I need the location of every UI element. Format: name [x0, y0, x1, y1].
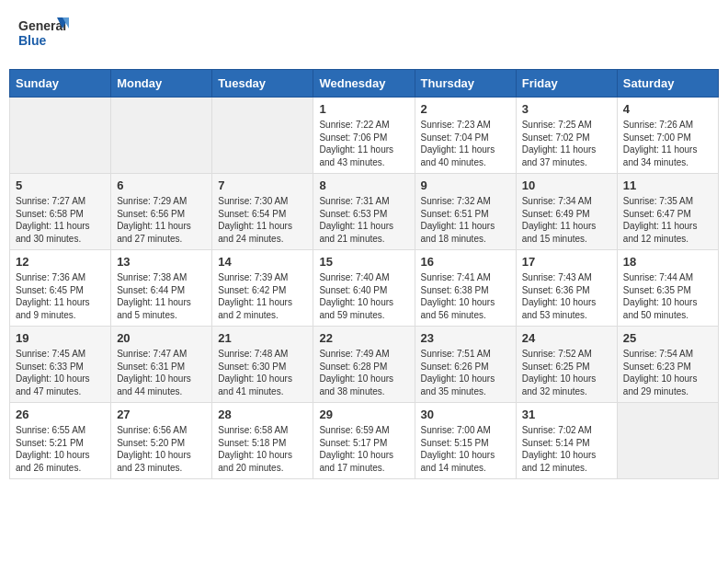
day-number: 14 [218, 255, 307, 269]
calendar-cell-day-22: 22Sunrise: 7:49 AM Sunset: 6:28 PM Dayli… [313, 327, 415, 403]
cell-content: Sunrise: 7:36 AM Sunset: 6:45 PM Dayligh… [16, 271, 105, 321]
calendar-cell-day-16: 16Sunrise: 7:41 AM Sunset: 6:38 PM Dayli… [415, 250, 516, 327]
cell-content: Sunrise: 7:25 AM Sunset: 7:02 PM Dayligh… [522, 119, 611, 168]
day-number: 5 [16, 178, 105, 192]
day-number: 4 [623, 102, 712, 116]
cell-content: Sunrise: 7:23 AM Sunset: 7:04 PM Dayligh… [421, 119, 510, 168]
calendar-cell-day-10: 10Sunrise: 7:34 AM Sunset: 6:49 PM Dayli… [516, 174, 617, 250]
calendar-cell-day-7: 7Sunrise: 7:30 AM Sunset: 6:54 PM Daylig… [212, 174, 313, 250]
calendar-cell-day-15: 15Sunrise: 7:40 AM Sunset: 6:40 PM Dayli… [313, 250, 415, 327]
calendar-cell-day-13: 13Sunrise: 7:38 AM Sunset: 6:44 PM Dayli… [111, 250, 212, 327]
day-number: 8 [319, 178, 408, 192]
calendar-cell-day-26: 26Sunrise: 6:55 AM Sunset: 5:21 PM Dayli… [10, 403, 111, 479]
calendar-cell-empty [111, 98, 212, 174]
cell-content: Sunrise: 7:35 AM Sunset: 6:47 PM Dayligh… [623, 195, 712, 245]
calendar-header-row: SundayMondayTuesdayWednesdayThursdayFrid… [10, 70, 719, 98]
calendar-cell-day-4: 4Sunrise: 7:26 AM Sunset: 7:00 PM Daylig… [617, 98, 718, 174]
calendar-cell-day-17: 17Sunrise: 7:43 AM Sunset: 6:36 PM Dayli… [516, 250, 617, 327]
calendar-cell-day-5: 5Sunrise: 7:27 AM Sunset: 6:58 PM Daylig… [10, 174, 111, 250]
calendar-table: SundayMondayTuesdayWednesdayThursdayFrid… [9, 69, 719, 479]
calendar-cell-day-29: 29Sunrise: 6:59 AM Sunset: 5:17 PM Dayli… [313, 403, 415, 479]
day-number: 12 [16, 255, 105, 269]
header-thursday: Thursday [415, 70, 516, 98]
calendar-cell-day-18: 18Sunrise: 7:44 AM Sunset: 6:35 PM Dayli… [617, 250, 718, 327]
day-number: 10 [522, 178, 611, 192]
cell-content: Sunrise: 7:31 AM Sunset: 6:53 PM Dayligh… [319, 195, 408, 245]
cell-content: Sunrise: 6:58 AM Sunset: 5:18 PM Dayligh… [218, 424, 307, 474]
cell-content: Sunrise: 7:22 AM Sunset: 7:06 PM Dayligh… [319, 119, 408, 168]
day-number: 9 [421, 178, 510, 192]
cell-content: Sunrise: 7:51 AM Sunset: 6:26 PM Dayligh… [421, 348, 510, 397]
calendar-week-row: 5Sunrise: 7:27 AM Sunset: 6:58 PM Daylig… [10, 174, 719, 250]
calendar-cell-day-24: 24Sunrise: 7:52 AM Sunset: 6:25 PM Dayli… [516, 327, 617, 403]
day-number: 1 [319, 102, 408, 116]
calendar-cell-day-31: 31Sunrise: 7:02 AM Sunset: 5:14 PM Dayli… [516, 403, 617, 479]
cell-content: Sunrise: 7:27 AM Sunset: 6:58 PM Dayligh… [16, 195, 105, 245]
header-tuesday: Tuesday [212, 70, 313, 98]
day-number: 7 [218, 178, 307, 192]
day-number: 16 [421, 255, 510, 269]
calendar-cell-day-8: 8Sunrise: 7:31 AM Sunset: 6:53 PM Daylig… [313, 174, 415, 250]
day-number: 6 [117, 178, 206, 192]
logo: GeneralBlue [18, 14, 69, 55]
cell-content: Sunrise: 7:39 AM Sunset: 6:42 PM Dayligh… [218, 271, 307, 321]
cell-content: Sunrise: 7:49 AM Sunset: 6:28 PM Dayligh… [319, 348, 408, 397]
header-friday: Friday [516, 70, 617, 98]
page-header: GeneralBlue [9, 9, 719, 60]
calendar-cell-day-14: 14Sunrise: 7:39 AM Sunset: 6:42 PM Dayli… [212, 250, 313, 327]
day-number: 22 [319, 331, 408, 345]
calendar-cell-day-27: 27Sunrise: 6:56 AM Sunset: 5:20 PM Dayli… [111, 403, 212, 479]
header-sunday: Sunday [10, 70, 111, 98]
day-number: 2 [421, 102, 510, 116]
cell-content: Sunrise: 7:29 AM Sunset: 6:56 PM Dayligh… [117, 195, 206, 245]
day-number: 3 [522, 102, 611, 116]
cell-content: Sunrise: 7:47 AM Sunset: 6:31 PM Dayligh… [117, 348, 206, 397]
calendar-cell-day-25: 25Sunrise: 7:54 AM Sunset: 6:23 PM Dayli… [617, 327, 718, 403]
calendar-week-row: 26Sunrise: 6:55 AM Sunset: 5:21 PM Dayli… [10, 403, 719, 479]
day-number: 21 [218, 331, 307, 345]
day-number: 26 [16, 408, 105, 421]
cell-content: Sunrise: 7:44 AM Sunset: 6:35 PM Dayligh… [623, 271, 712, 321]
calendar-cell-day-2: 2Sunrise: 7:23 AM Sunset: 7:04 PM Daylig… [415, 98, 516, 174]
calendar-cell-day-20: 20Sunrise: 7:47 AM Sunset: 6:31 PM Dayli… [111, 327, 212, 403]
calendar-cell-day-3: 3Sunrise: 7:25 AM Sunset: 7:02 PM Daylig… [516, 98, 617, 174]
day-number: 31 [522, 408, 611, 421]
day-number: 17 [522, 255, 611, 269]
calendar-week-row: 12Sunrise: 7:36 AM Sunset: 6:45 PM Dayli… [10, 250, 719, 327]
day-number: 27 [117, 408, 206, 421]
day-number: 13 [117, 255, 206, 269]
cell-content: Sunrise: 6:59 AM Sunset: 5:17 PM Dayligh… [319, 424, 408, 474]
calendar-cell-day-6: 6Sunrise: 7:29 AM Sunset: 6:56 PM Daylig… [111, 174, 212, 250]
calendar-cell-day-19: 19Sunrise: 7:45 AM Sunset: 6:33 PM Dayli… [10, 327, 111, 403]
cell-content: Sunrise: 7:43 AM Sunset: 6:36 PM Dayligh… [522, 271, 611, 321]
day-number: 18 [623, 255, 712, 269]
cell-content: Sunrise: 7:32 AM Sunset: 6:51 PM Dayligh… [421, 195, 510, 245]
cell-content: Sunrise: 7:38 AM Sunset: 6:44 PM Dayligh… [117, 271, 206, 321]
cell-content: Sunrise: 6:56 AM Sunset: 5:20 PM Dayligh… [117, 424, 206, 474]
calendar-cell-day-1: 1Sunrise: 7:22 AM Sunset: 7:06 PM Daylig… [313, 98, 415, 174]
cell-content: Sunrise: 7:34 AM Sunset: 6:49 PM Dayligh… [522, 195, 611, 245]
header-monday: Monday [111, 70, 212, 98]
cell-content: Sunrise: 7:52 AM Sunset: 6:25 PM Dayligh… [522, 348, 611, 397]
calendar-cell-empty [212, 98, 313, 174]
day-number: 15 [319, 255, 408, 269]
day-number: 20 [117, 331, 206, 345]
calendar-cell-day-9: 9Sunrise: 7:32 AM Sunset: 6:51 PM Daylig… [415, 174, 516, 250]
calendar-cell-day-30: 30Sunrise: 7:00 AM Sunset: 5:15 PM Dayli… [415, 403, 516, 479]
calendar-week-row: 19Sunrise: 7:45 AM Sunset: 6:33 PM Dayli… [10, 327, 719, 403]
calendar-cell-empty [10, 98, 111, 174]
cell-content: Sunrise: 7:40 AM Sunset: 6:40 PM Dayligh… [319, 271, 408, 321]
header-saturday: Saturday [617, 70, 718, 98]
day-number: 23 [421, 331, 510, 345]
calendar-cell-day-28: 28Sunrise: 6:58 AM Sunset: 5:18 PM Dayli… [212, 403, 313, 479]
day-number: 24 [522, 331, 611, 345]
day-number: 25 [623, 331, 712, 345]
cell-content: Sunrise: 7:41 AM Sunset: 6:38 PM Dayligh… [421, 271, 510, 321]
cell-content: Sunrise: 7:54 AM Sunset: 6:23 PM Dayligh… [623, 348, 712, 397]
day-number: 28 [218, 408, 307, 421]
cell-content: Sunrise: 7:30 AM Sunset: 6:54 PM Dayligh… [218, 195, 307, 245]
header-wednesday: Wednesday [313, 70, 415, 98]
calendar-cell-day-21: 21Sunrise: 7:48 AM Sunset: 6:30 PM Dayli… [212, 327, 313, 403]
cell-content: Sunrise: 7:00 AM Sunset: 5:15 PM Dayligh… [421, 424, 510, 474]
calendar-week-row: 1Sunrise: 7:22 AM Sunset: 7:06 PM Daylig… [10, 98, 719, 174]
